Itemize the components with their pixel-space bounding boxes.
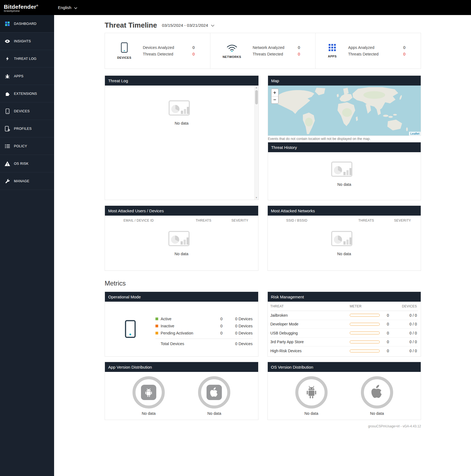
puzzle-icon <box>4 91 10 96</box>
phone-illustration-icon <box>105 320 155 338</box>
legend-devices: 0 Devices <box>223 324 253 328</box>
pending-swatch <box>155 332 158 334</box>
ios-app-distribution: No data <box>198 376 230 416</box>
no-data-label: No data <box>337 252 351 256</box>
list-icon <box>4 144 10 148</box>
registered-mark: ® <box>36 4 38 7</box>
scroll-down-arrow[interactable]: ▼ <box>255 196 258 200</box>
build-version-text: grosuCSPmUsage+irl - vGA-4.43.12 <box>105 424 421 428</box>
sidebar-item-label: EXTENSIONS <box>14 92 37 96</box>
sidebar-item-profiles[interactable]: PROFILES <box>0 120 54 137</box>
sidebar-item-os-risk[interactable]: OS RISK <box>0 155 54 172</box>
apple-icon <box>370 384 384 401</box>
total-label: Total Devices <box>155 342 223 346</box>
metric-label: Threats Detected <box>348 52 378 56</box>
risk-devices: 0 / 0 <box>396 322 418 326</box>
risk-row-developer-mode: Developer Mode 0 0 / 0 <box>270 320 418 329</box>
sidebar-item-threat-log[interactable]: THREAT LOG <box>0 50 54 67</box>
threat-log-scrollbar[interactable]: ▲ ▼ <box>254 86 258 200</box>
sidebar-item-extensions[interactable]: EXTENSIONS <box>0 85 54 102</box>
sidebar-item-manage[interactable]: MANAGE <box>0 172 54 190</box>
threat-name: Jailbroken <box>270 313 350 318</box>
no-data-label: No data <box>175 252 189 256</box>
app-version-panel: App Version Distribution <box>105 362 258 420</box>
ios-os-distribution: No data <box>361 376 393 416</box>
device-phone-icon <box>121 42 128 54</box>
metric-value: 0 <box>403 45 405 50</box>
scrollbar-thumb[interactable] <box>255 90 258 104</box>
risk-row-usb-debugging: USB Debugging 0 0 / 0 <box>270 329 418 338</box>
language-selector[interactable]: English <box>58 5 77 10</box>
legend-row-inactive: Inactive 0 0 Devices <box>155 324 253 328</box>
total-devices-row: Total Devices 0 Devices <box>155 342 253 346</box>
world-map[interactable]: + − Leaflet <box>268 86 421 136</box>
risk-count: 0 <box>380 313 396 318</box>
bug-icon <box>4 74 10 79</box>
most-attacked-networks-panel: Most Attacked Networks SSID / BSSID THRE… <box>267 205 421 271</box>
inactive-swatch <box>155 325 158 327</box>
lightning-icon <box>4 56 10 61</box>
active-swatch <box>155 318 158 320</box>
map-panel: Map <box>268 75 421 136</box>
panel-title: Map <box>268 76 421 86</box>
sidebar-item-dashboard[interactable]: DASHBOARD <box>0 15 54 33</box>
metric-value: 0 <box>193 45 195 50</box>
sidebar-item-policy[interactable]: POLICY <box>0 137 54 155</box>
sidebar-item-insights[interactable]: INSIGHTS <box>0 33 54 50</box>
android-app-distribution: No data <box>133 376 165 416</box>
threat-name: 3rd Party App Store <box>270 340 350 344</box>
date-range-selector[interactable]: 03/15/2024 - 03/21/2024 <box>162 23 214 28</box>
empty-donut-ring <box>361 376 393 409</box>
metric-value: 0 <box>298 45 300 50</box>
zoom-out-button[interactable]: − <box>272 96 278 103</box>
android-icon <box>141 385 156 400</box>
chevron-down-icon <box>211 23 214 28</box>
empty-donut-ring <box>133 376 165 409</box>
panel-title: OS Version Distribution <box>268 362 421 372</box>
legend-row-pending: Pending Activation 0 0 Devices <box>155 331 253 335</box>
risk-row-3rd-party-app-store: 3rd Party App Store 0 0 / 0 <box>270 338 418 347</box>
column-header: THREATS <box>185 219 222 222</box>
column-header: DEVICES <box>396 304 418 308</box>
smartphone-icon <box>4 108 10 114</box>
risk-meter <box>350 314 380 317</box>
sidebar-item-label: PROFILES <box>14 127 32 131</box>
legend-count: 0 <box>204 317 223 321</box>
panel-title: Most Attacked Users / Devices <box>105 206 258 216</box>
legend-label: Active <box>161 317 204 321</box>
metric-label: Devices Analyzed <box>143 45 174 50</box>
sidebar-item-apps[interactable]: APPS <box>0 67 54 85</box>
sidebar-item-devices[interactable]: DEVICES <box>0 102 54 120</box>
threat-log-panel: Threat Log No data <box>105 75 259 200</box>
summary-devices: DEVICES Devices Analyzed0 Threats Detect… <box>105 33 210 69</box>
no-data-label: No data <box>207 411 221 416</box>
panel-title: Threat History <box>268 142 421 152</box>
page-title: Threat Timeline <box>105 21 157 30</box>
sidebar-item-label: DASHBOARD <box>14 22 37 26</box>
no-data-chart-icon <box>331 160 358 180</box>
most-attacked-users-panel: Most Attacked Users / Devices EMAIL / DE… <box>105 205 258 271</box>
scroll-up-arrow[interactable]: ▲ <box>255 86 258 90</box>
no-data-chart-icon <box>168 99 195 118</box>
sidebar-item-label: POLICY <box>14 144 27 148</box>
phone-gear-icon <box>4 126 10 131</box>
sidebar-item-label: DEVICES <box>14 109 30 113</box>
risk-meter <box>350 349 380 352</box>
risk-devices: 0 / 0 <box>396 331 418 335</box>
legend-label: Pending Activation <box>161 331 204 335</box>
risk-count: 0 <box>380 349 396 353</box>
column-header: EMAIL / DEVICE ID <box>105 219 185 222</box>
no-data-label: No data <box>142 411 156 416</box>
legend-devices: 0 Devices <box>223 331 253 335</box>
summary-section-label: NETWORKS <box>223 55 241 58</box>
metric-value-threats: 0 <box>193 52 195 56</box>
zoom-in-button[interactable]: + <box>272 89 278 96</box>
world-map-svg <box>268 86 421 136</box>
risk-devices: 0 / 0 <box>396 340 418 344</box>
leaflet-attribution-link[interactable]: Leaflet <box>409 132 421 136</box>
brand-product: GravityZone <box>4 10 54 12</box>
sidebar: DASHBOARD INSIGHTS THREAT LOG APPS EXTEN… <box>0 15 54 476</box>
legend-label: Inactive <box>161 324 204 328</box>
no-data-placeholder: No data <box>105 86 258 125</box>
metric-label: Apps Analyzed <box>348 45 374 50</box>
